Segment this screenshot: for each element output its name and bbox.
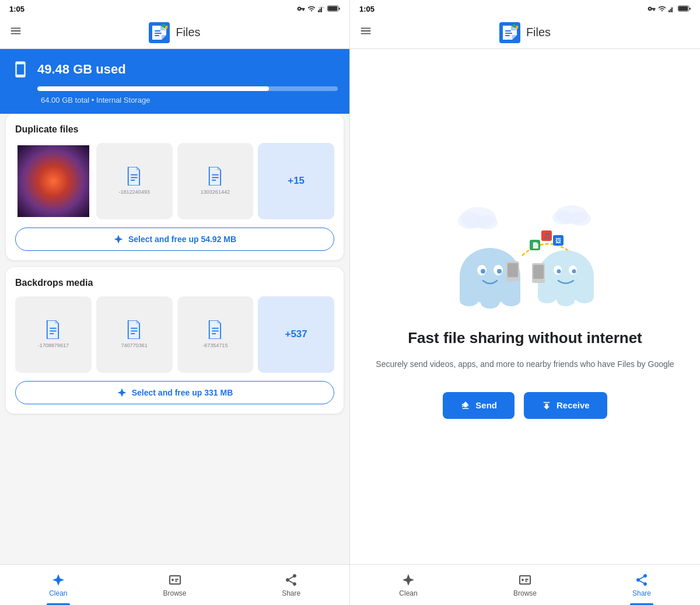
- svg-rect-30: [175, 579, 178, 580]
- svg-rect-34: [671, 8, 673, 13]
- right-wifi-icon: [658, 5, 666, 13]
- svg-text:🖼: 🖼: [555, 237, 561, 244]
- cards-area: Duplicate files -1812240493: [0, 114, 349, 564]
- svg-point-29: [172, 579, 174, 581]
- file-thumb-doc1[interactable]: -1812240493: [96, 143, 173, 219]
- receive-label: Receive: [556, 400, 590, 410]
- duplicate-free-up-btn[interactable]: Select and free up 54.92 MB: [15, 228, 334, 251]
- left-menu-icon[interactable]: [9, 25, 22, 40]
- right-key-icon: [648, 5, 656, 13]
- doc-icon-1: [126, 167, 142, 186]
- svg-text:📄: 📄: [532, 242, 540, 249]
- right-bottom-nav: Clean Browse Share: [350, 564, 700, 605]
- backdrops-free-label: Select and free up 331 MB: [132, 388, 233, 397]
- left-title-group: Files: [149, 22, 200, 43]
- left-app-bar: Files: [0, 16, 349, 49]
- left-nav-share[interactable]: Share: [233, 565, 349, 605]
- key-icon: [297, 5, 305, 13]
- plus-dup-label: +15: [288, 175, 304, 187]
- plus-back-label: +537: [285, 328, 307, 340]
- back-thumb-2[interactable]: 740770361: [96, 296, 173, 373]
- svg-rect-43: [505, 35, 510, 36]
- right-nav-clean[interactable]: Clean: [350, 565, 467, 605]
- right-status-bar: 1:05: [350, 0, 700, 16]
- back-doc-icon-3: [207, 320, 223, 339]
- back-doc-icon-2: [126, 320, 142, 339]
- left-panel: 1:05: [0, 0, 350, 605]
- browse-icon-left: [168, 573, 182, 587]
- left-nav-browse-label: Browse: [163, 589, 187, 597]
- left-nav-browse[interactable]: Browse: [117, 565, 233, 605]
- share-icon-left: [284, 573, 298, 587]
- file-thumb-doc2[interactable]: 1303261442: [177, 143, 254, 219]
- storage-fill: [37, 86, 269, 91]
- right-nav-clean-label: Clean: [399, 589, 417, 597]
- svg-point-56: [502, 295, 520, 306]
- back-thumb-plus[interactable]: +537: [258, 296, 334, 373]
- duplicate-title: Duplicate files: [15, 124, 334, 135]
- svg-rect-36: [678, 6, 688, 11]
- duplicate-files-card: Duplicate files -1812240493: [6, 114, 344, 260]
- left-time: 1:05: [9, 5, 24, 13]
- svg-point-77: [572, 270, 576, 274]
- back-thumb-3[interactable]: -67354715: [177, 296, 254, 373]
- svg-rect-10: [155, 33, 162, 34]
- svg-rect-2: [321, 8, 322, 13]
- sparkle-icon-back: [117, 387, 127, 398]
- right-nav-browse[interactable]: Browse: [467, 565, 583, 605]
- back-doc-icon-1: [45, 320, 61, 339]
- svg-rect-11: [155, 35, 159, 36]
- battery-icon: [327, 5, 340, 12]
- receive-icon: [541, 400, 552, 411]
- right-app-bar: Files: [350, 16, 700, 49]
- backdrops-free-up-btn[interactable]: Select and free up 331 MB: [15, 381, 334, 404]
- doc-icon-2: [207, 167, 223, 186]
- file-thumb-plus-dup[interactable]: +15: [258, 143, 334, 219]
- svg-point-54: [460, 295, 478, 306]
- right-nav-share[interactable]: Share: [583, 565, 700, 605]
- svg-rect-41: [505, 30, 511, 32]
- send-label: Send: [475, 400, 497, 410]
- svg-rect-79: [533, 265, 544, 279]
- sharing-subtitle: Securely send videos, apps, and more to …: [376, 358, 674, 370]
- svg-point-76: [557, 270, 561, 274]
- backdrops-title: Backdrops media: [15, 278, 334, 288]
- right-nav-share-label: Share: [632, 589, 651, 597]
- left-bottom-nav: Clean Browse Share: [0, 564, 349, 605]
- svg-point-80: [522, 579, 524, 581]
- svg-rect-42: [505, 33, 512, 34]
- storage-subtitle: 64.00 GB total • Internal Storage: [41, 96, 338, 104]
- backdrops-thumbs: -1708879617 740770361: [15, 296, 334, 373]
- left-nav-clean[interactable]: Clean: [0, 565, 117, 605]
- back-thumb-1[interactable]: -1708879617: [15, 296, 92, 373]
- left-nav-share-label: Share: [282, 589, 300, 597]
- storage-progress-bar: [37, 86, 338, 91]
- receive-button[interactable]: Receive: [524, 392, 607, 419]
- svg-point-59: [481, 269, 485, 274]
- left-status-bar: 1:05: [0, 0, 349, 16]
- phone-icon: [12, 61, 29, 78]
- right-nav-browse-label: Browse: [513, 589, 537, 597]
- send-button[interactable]: Send: [443, 392, 514, 419]
- svg-point-48: [477, 215, 498, 229]
- doc1-label: -1812240493: [119, 189, 150, 195]
- svg-point-60: [497, 269, 502, 274]
- left-nav-clean-label: Clean: [49, 589, 67, 597]
- svg-rect-82: [525, 580, 527, 582]
- svg-point-73: [576, 293, 593, 303]
- right-time: 1:05: [359, 5, 374, 13]
- clean-icon-right: [401, 573, 415, 587]
- svg-rect-4: [328, 6, 337, 11]
- svg-rect-0: [318, 11, 319, 13]
- share-icon-right: [635, 573, 649, 587]
- sharing-illustration: 📄 🎵 🖼: [443, 194, 607, 311]
- clean-icon-left: [51, 573, 65, 587]
- svg-rect-81: [525, 579, 528, 580]
- svg-rect-62: [508, 263, 518, 277]
- svg-point-55: [481, 297, 499, 309]
- file-thumb-image[interactable]: [15, 143, 92, 219]
- back-doc2-label: 740770361: [121, 342, 148, 348]
- svg-point-72: [557, 296, 575, 306]
- right-battery-icon: [678, 5, 691, 12]
- right-menu-icon[interactable]: [359, 25, 372, 40]
